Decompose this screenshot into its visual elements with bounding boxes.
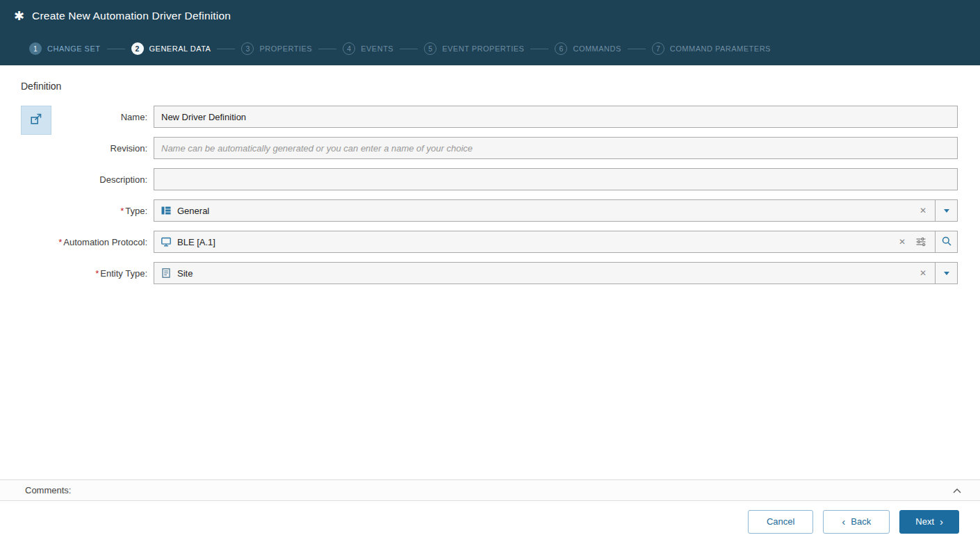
type-dropdown-button[interactable]: [935, 199, 958, 222]
section-title: Definition: [21, 81, 980, 92]
chevron-right-icon: ›: [940, 516, 943, 527]
entity-type-label: *Entity Type:: [51, 268, 154, 279]
expand-panel-button[interactable]: [21, 106, 51, 135]
footer: Cancel ‹ Back Next ›: [0, 501, 980, 542]
comments-label: Comments:: [25, 485, 71, 495]
filter-settings-icon[interactable]: [913, 236, 929, 247]
step-connector: [400, 49, 418, 49]
asterisk-icon: ✱: [14, 10, 24, 22]
cancel-button[interactable]: Cancel: [748, 510, 813, 534]
type-field-row: *Type: General ✕: [51, 199, 958, 222]
search-icon: [941, 236, 952, 249]
step-connector: [318, 49, 336, 49]
revision-label: Revision:: [51, 143, 154, 154]
comments-bar[interactable]: Comments:: [0, 479, 980, 501]
name-label: Name:: [51, 112, 154, 122]
table-type-icon: [161, 205, 172, 216]
chevron-left-icon: ‹: [842, 516, 845, 527]
step-label: EVENTS: [361, 44, 393, 53]
step-number: 4: [343, 42, 355, 55]
clear-icon[interactable]: ✕: [917, 206, 929, 215]
open-in-window-icon: [29, 112, 43, 129]
step-label: CHANGE SET: [47, 44, 101, 53]
revision-field-row: Revision:: [51, 137, 958, 159]
automation-protocol-field-row: *Automation Protocol: BLE [A.1] ✕: [51, 231, 958, 253]
clear-icon[interactable]: ✕: [917, 268, 929, 278]
entity-type-combobox[interactable]: Site ✕: [154, 262, 936, 284]
entity-type-value: Site: [177, 268, 912, 279]
wizard-step-command-parameters[interactable]: 7 COMMAND PARAMETERS: [652, 42, 771, 55]
main-content: Definition Name:: [0, 65, 980, 479]
step-label: PROPERTIES: [259, 44, 312, 53]
name-field-row: Name:: [51, 106, 958, 128]
clear-icon[interactable]: ✕: [897, 237, 908, 247]
step-label: COMMANDS: [573, 44, 621, 53]
required-marker: *: [58, 237, 62, 247]
wizard-step-properties[interactable]: 3 PROPERTIES: [241, 42, 312, 55]
type-label: *Type:: [51, 206, 154, 216]
wizard-step-change-set[interactable]: 1 CHANGE SET: [29, 42, 101, 55]
wizard-steps: 1 CHANGE SET 2 GENERAL DATA 3 PROPERTIES…: [0, 32, 980, 65]
wizard-step-general-data[interactable]: 2 GENERAL DATA: [131, 42, 211, 55]
description-input[interactable]: [154, 168, 958, 190]
step-connector: [107, 49, 125, 49]
chevron-down-icon: [944, 209, 949, 213]
automation-protocol-search-button[interactable]: [935, 231, 958, 253]
automation-protocol-combobox[interactable]: BLE [A.1] ✕: [154, 231, 936, 253]
document-icon: [161, 268, 172, 279]
step-label: EVENT PROPERTIES: [442, 44, 524, 53]
page-title: Create New Automation Driver Definition: [32, 10, 231, 22]
automation-protocol-value: BLE [A.1]: [177, 237, 891, 247]
chevron-up-icon[interactable]: [952, 484, 962, 497]
step-number: 6: [555, 42, 567, 55]
wizard-step-events[interactable]: 4 EVENTS: [343, 42, 393, 55]
monitor-icon: [161, 236, 172, 247]
name-input[interactable]: [154, 106, 958, 128]
entity-type-dropdown-button[interactable]: [935, 262, 958, 284]
revision-input[interactable]: [154, 137, 958, 159]
step-connector: [530, 49, 548, 49]
type-value: General: [177, 206, 912, 216]
description-label: Description:: [51, 174, 154, 185]
step-connector: [217, 49, 235, 49]
chevron-down-icon: [944, 272, 949, 275]
description-field-row: Description:: [51, 168, 958, 190]
required-marker: *: [95, 268, 99, 279]
header: ✱ Create New Automation Driver Definitio…: [0, 0, 980, 65]
automation-protocol-label: *Automation Protocol:: [51, 237, 154, 247]
next-button[interactable]: Next ›: [899, 510, 959, 534]
step-number: 5: [424, 42, 436, 55]
step-number: 2: [131, 42, 144, 55]
step-label: COMMAND PARAMETERS: [670, 44, 771, 53]
type-combobox[interactable]: General ✕: [154, 199, 936, 222]
required-marker: *: [120, 206, 124, 216]
step-number: 7: [652, 42, 664, 55]
wizard-step-event-properties[interactable]: 5 EVENT PROPERTIES: [424, 42, 524, 55]
step-label: GENERAL DATA: [149, 44, 211, 53]
step-number: 3: [241, 42, 254, 55]
wizard-step-commands[interactable]: 6 COMMANDS: [555, 42, 621, 55]
back-button[interactable]: ‹ Back: [823, 510, 890, 534]
entity-type-field-row: *Entity Type: Site ✕: [51, 262, 958, 284]
step-connector: [628, 49, 646, 49]
step-number: 1: [29, 42, 42, 55]
